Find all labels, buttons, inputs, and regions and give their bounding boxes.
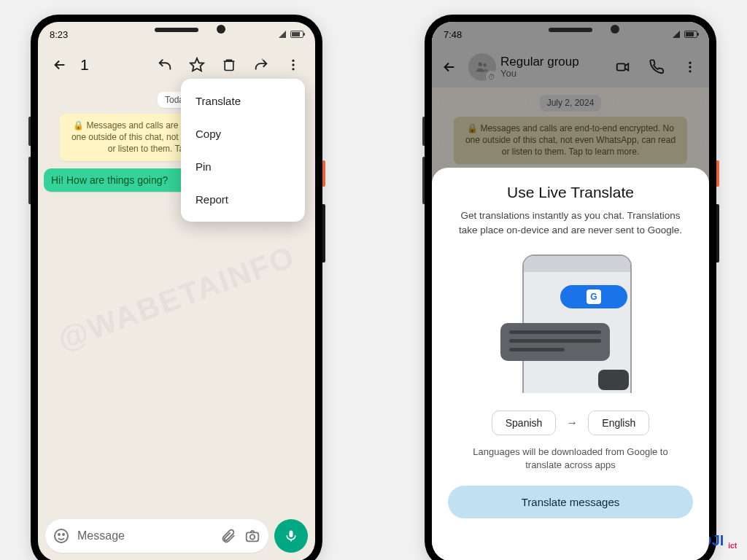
overflow-button[interactable] <box>279 50 308 79</box>
emoji-icon[interactable] <box>53 527 70 545</box>
star-button[interactable] <box>182 50 212 79</box>
composer-placeholder: Message <box>77 529 213 542</box>
screen-left: 8:23 1 <box>38 22 315 560</box>
lang-to-chip[interactable]: English <box>588 411 649 435</box>
sheet-illustration: G <box>498 254 643 393</box>
menu-copy[interactable]: Copy <box>181 117 305 150</box>
svg-rect-1 <box>225 61 233 71</box>
context-menu: Translate Copy Pin Report <box>181 79 305 222</box>
lang-from-chip[interactable]: Spanish <box>492 411 557 435</box>
phone-camera <box>217 25 225 34</box>
message-composer[interactable]: Message <box>45 519 268 553</box>
status-time: 8:23 <box>50 29 68 40</box>
phone-side-button <box>716 204 719 262</box>
svg-point-2 <box>292 60 294 62</box>
selection-count: 1 <box>77 56 89 74</box>
sheet-description: Get translations instantly as you chat. … <box>454 209 687 237</box>
svg-point-9 <box>250 534 255 539</box>
phone-power-button <box>322 160 325 187</box>
phone-side-button <box>422 117 425 146</box>
illustration-bubble <box>598 370 629 390</box>
forward-button[interactable] <box>247 50 276 79</box>
menu-pin[interactable]: Pin <box>181 150 305 183</box>
svg-rect-8 <box>247 532 259 541</box>
battery-icon <box>290 31 303 38</box>
sheet-note: Languages will be downloaded from Google… <box>457 446 684 472</box>
phone-side-button <box>28 117 31 146</box>
language-row: Spanish → English <box>492 411 650 435</box>
phone-side-button <box>422 157 425 204</box>
phone-right: 7:48 ⏱ Regular group You <box>425 15 716 560</box>
message-text: Hi! How are things going? <box>51 174 168 186</box>
illustration-bubble <box>500 323 610 361</box>
svg-point-4 <box>292 68 294 70</box>
arrow-right-icon: → <box>566 416 578 429</box>
svg-point-7 <box>63 534 64 535</box>
svg-rect-10 <box>290 531 293 537</box>
screen-right: 7:48 ⏱ Regular group You <box>432 22 709 560</box>
translate-messages-button[interactable]: Translate messages <box>448 486 693 518</box>
selection-appbar: 1 <box>38 47 315 83</box>
svg-marker-0 <box>190 58 204 71</box>
stage: 8:23 1 <box>0 0 747 560</box>
phone-side-button <box>28 157 31 204</box>
translate-badge-icon: G <box>560 285 627 308</box>
svg-point-3 <box>292 63 294 66</box>
phone-side-button <box>322 204 325 262</box>
svg-point-6 <box>58 534 60 535</box>
mic-button[interactable] <box>274 519 308 553</box>
status-bar: 8:23 <box>38 22 315 47</box>
brand-suffix: ict <box>728 542 737 550</box>
composer-row: Message <box>38 513 315 560</box>
reply-button[interactable] <box>150 50 179 79</box>
phone-camera <box>611 25 619 34</box>
menu-report[interactable]: Report <box>181 183 305 216</box>
menu-translate[interactable]: Translate <box>181 85 305 117</box>
phone-speaker <box>549 28 592 32</box>
attach-icon[interactable] <box>220 528 236 544</box>
svg-point-5 <box>55 529 68 542</box>
signal-icon <box>279 31 286 38</box>
live-translate-sheet: Use Live Translate Get translations inst… <box>432 168 709 560</box>
delete-button[interactable] <box>214 50 244 79</box>
phone-power-button <box>716 160 719 187</box>
camera-icon[interactable] <box>244 528 261 544</box>
phone-left: 8:23 1 <box>31 15 322 560</box>
status-icons <box>279 31 303 38</box>
back-button[interactable] <box>45 50 74 79</box>
phone-speaker <box>155 28 198 32</box>
message-incoming[interactable]: Hi! How are things going? <box>44 168 188 192</box>
sheet-title: Use Live Translate <box>507 184 634 201</box>
